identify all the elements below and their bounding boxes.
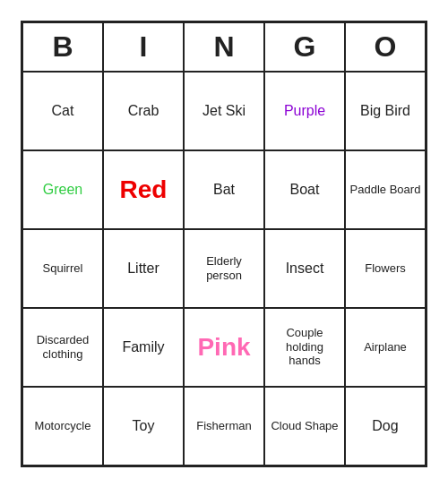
bingo-card: BINGO CatCrabJet SkiPurpleBig BirdGreenR… — [21, 21, 427, 467]
cell-r1-c3: Boat — [264, 150, 345, 229]
cell-r0-c4: Big Bird — [345, 72, 426, 150]
cell-r3-c2: Pink — [184, 308, 264, 387]
cell-r4-c4: Dog — [345, 387, 426, 466]
cell-r4-c1: Toy — [103, 387, 184, 466]
header-letter: O — [345, 22, 426, 72]
header-letter: G — [264, 22, 345, 72]
cell-r0-c2: Jet Ski — [184, 72, 264, 150]
cell-r4-c0: Motorcycle — [22, 387, 103, 466]
header-letter: I — [103, 22, 184, 72]
cell-r4-c3: Cloud Shape — [264, 387, 345, 466]
bingo-header: BINGO — [22, 22, 426, 72]
cell-r2-c1: Litter — [103, 229, 184, 308]
bingo-grid: CatCrabJet SkiPurpleBig BirdGreenRedBatB… — [22, 72, 426, 466]
header-letter: N — [184, 22, 264, 72]
header-letter: B — [22, 22, 103, 72]
cell-r1-c2: Bat — [184, 150, 264, 229]
cell-r2-c4: Flowers — [345, 229, 426, 308]
cell-r1-c1: Red — [103, 150, 184, 229]
cell-r0-c3: Purple — [264, 72, 345, 150]
cell-r2-c3: Insect — [264, 229, 345, 308]
cell-r1-c4: Paddle Board — [345, 150, 426, 229]
cell-r3-c0: Discarded clothing — [22, 308, 103, 387]
cell-r0-c1: Crab — [103, 72, 184, 150]
cell-r1-c0: Green — [22, 150, 103, 229]
cell-r3-c4: Airplane — [345, 308, 426, 387]
cell-r3-c1: Family — [103, 308, 184, 387]
cell-r0-c0: Cat — [22, 72, 103, 150]
cell-r2-c2: Elderly person — [184, 229, 264, 308]
cell-r4-c2: Fisherman — [184, 387, 264, 466]
cell-r3-c3: Couple holding hands — [264, 308, 345, 387]
cell-r2-c0: Squirrel — [22, 229, 103, 308]
